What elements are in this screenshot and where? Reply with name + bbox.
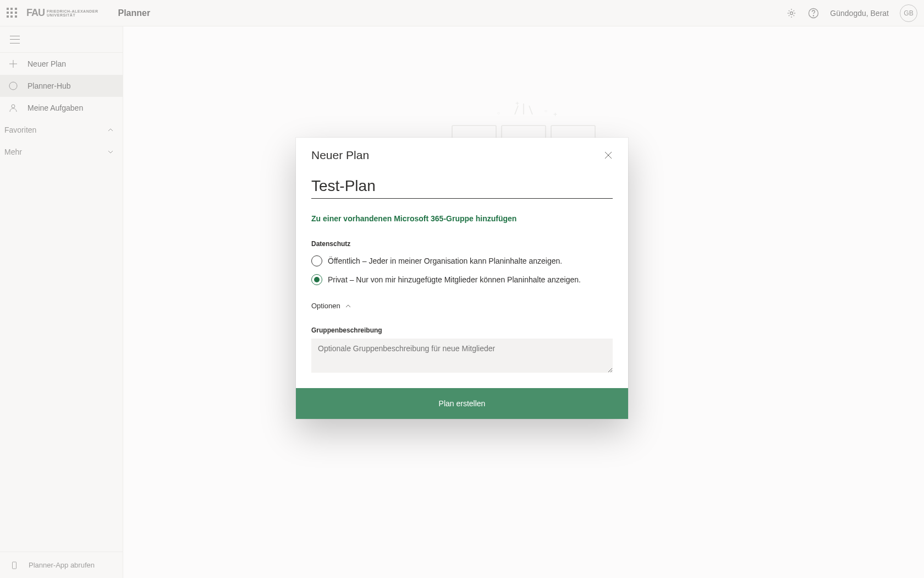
plan-name-input[interactable] [311,175,613,199]
close-button[interactable] [604,151,613,160]
create-plan-button[interactable]: Plan erstellen [296,388,628,419]
create-plan-label: Plan erstellen [439,399,486,408]
options-label: Optionen [311,302,340,310]
add-to-group-link[interactable]: Zu einer vorhandenen Microsoft 365-Grupp… [311,214,516,223]
chevron-up-icon [345,303,351,309]
description-label: Gruppenbeschreibung [311,326,613,334]
radio-icon [311,274,322,285]
privacy-section-label: Datenschutz [311,240,613,248]
options-toggle[interactable]: Optionen [311,302,613,310]
radio-label: Privat – Nur von mir hinzugefügte Mitgli… [328,275,581,284]
radio-icon [311,255,322,266]
radio-label: Öffentlich – Jeder in meiner Organisatio… [328,257,562,265]
privacy-option-private[interactable]: Privat – Nur von mir hinzugefügte Mitgli… [311,274,613,285]
dialog-title: Neuer Plan [311,149,369,162]
description-textarea[interactable] [311,339,613,373]
privacy-option-public[interactable]: Öffentlich – Jeder in meiner Organisatio… [311,255,613,266]
new-plan-dialog: Neuer Plan Zu einer vorhandenen Microsof… [296,138,628,419]
dialog-backdrop[interactable]: Neuer Plan Zu einer vorhandenen Microsof… [0,0,924,578]
